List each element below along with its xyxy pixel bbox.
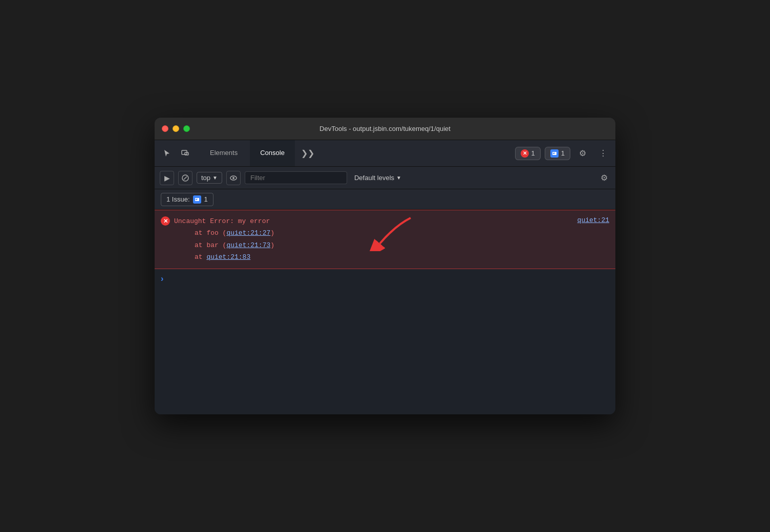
cursor-icon[interactable] [159, 145, 175, 162]
message-badge [550, 149, 559, 158]
filter-input[interactable] [245, 171, 347, 184]
settings-icon[interactable]: ⚙ [574, 145, 591, 162]
issue-button[interactable]: 1 Issue: 1 [161, 193, 213, 206]
main-toolbar: Elements Console ❯❯ ✕ 1 1 [155, 140, 615, 167]
maximize-button[interactable] [183, 125, 190, 132]
error-stack-line-3: at quiet:21:83 [174, 251, 274, 263]
error-stack-line-1: at foo (quiet:21:27) [174, 227, 274, 239]
eye-icon[interactable] [226, 171, 241, 185]
minimize-button[interactable] [173, 125, 179, 132]
context-selector[interactable]: top ▼ [197, 172, 222, 184]
issue-badge [193, 195, 201, 204]
titlebar: DevTools - output.jsbin.com/tukemeq/1/qu… [155, 118, 615, 140]
error-main-message: Uncaught Error: my error [174, 215, 274, 227]
svg-point-8 [232, 177, 234, 179]
error-text: Uncaught Error: my error at foo (quiet:2… [174, 215, 274, 263]
prompt-symbol: › [161, 274, 163, 283]
console-settings-icon[interactable]: ⚙ [598, 172, 610, 184]
error-source-link[interactable]: quiet:21 [578, 216, 609, 224]
console-toolbar: ▶ top ▼ Default levels ▼ ⚙ [155, 167, 615, 189]
error-badge: ✕ [521, 149, 529, 158]
run-icon[interactable]: ▶ [160, 171, 174, 185]
error-count-button[interactable]: ✕ 1 [515, 147, 541, 160]
chevron-down-icon: ▼ [212, 175, 218, 181]
issue-bar: 1 Issue: 1 [155, 189, 615, 210]
default-levels-button[interactable]: Default levels ▼ [351, 172, 404, 183]
clear-icon[interactable] [178, 171, 193, 185]
tab-elements[interactable]: Elements [200, 140, 248, 166]
error-row: ✕ Uncaught Error: my error at foo (quiet… [155, 210, 615, 269]
tab-console[interactable]: Console [250, 140, 295, 166]
toolbar-left [159, 140, 194, 166]
more-tabs-button[interactable]: ❯❯ [297, 140, 318, 166]
more-options-icon[interactable]: ⋮ [595, 145, 611, 162]
error-icon: ✕ [161, 216, 170, 226]
devtools-window: DevTools - output.jsbin.com/tukemeq/1/qu… [155, 118, 615, 414]
svg-line-6 [184, 176, 187, 180]
stack-link-1[interactable]: quiet:21:27 [226, 229, 270, 237]
toolbar-right: ✕ 1 1 ⚙ ⋮ [515, 140, 611, 166]
svg-rect-10 [196, 198, 198, 199]
stack-link-2[interactable]: quiet:21:73 [226, 241, 270, 249]
error-stack-line-2: at bar (quiet:21:73) [174, 239, 274, 251]
window-title: DevTools - output.jsbin.com/tukemeq/1/qu… [319, 125, 451, 132]
traffic-lights [162, 125, 190, 132]
svg-rect-11 [196, 199, 197, 200]
message-count-button[interactable]: 1 [545, 147, 570, 160]
chevron-down-icon: ▼ [396, 175, 401, 181]
close-button[interactable] [162, 125, 168, 132]
error-content: ✕ Uncaught Error: my error at foo (quiet… [161, 215, 578, 263]
svg-rect-4 [553, 153, 554, 154]
device-icon[interactable] [177, 145, 194, 162]
console-content: ✕ Uncaught Error: my error at foo (quiet… [155, 210, 615, 414]
stack-link-3[interactable]: quiet:21:83 [206, 253, 250, 261]
svg-rect-3 [553, 152, 555, 153]
cursor-prompt: › [155, 269, 615, 289]
